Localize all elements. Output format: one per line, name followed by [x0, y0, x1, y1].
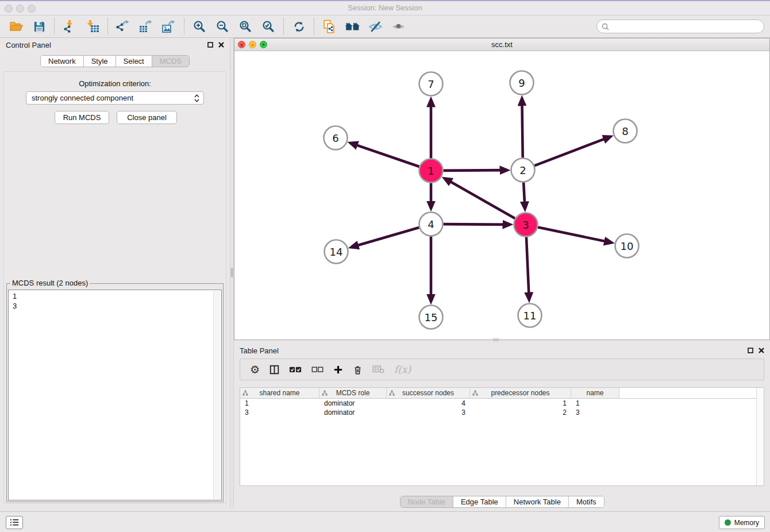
table-scrollbar[interactable]	[756, 388, 764, 485]
table-tabs: Node Table Edge Table Network Table Moti…	[399, 496, 604, 508]
zoom-in-button[interactable]	[188, 17, 211, 36]
export-image-button[interactable]	[157, 17, 180, 36]
column-header-mcds-role[interactable]: MCDS role	[319, 388, 387, 398]
svg-text:2: 2	[519, 164, 526, 176]
home-view-button[interactable]	[341, 17, 364, 36]
graph-node-11[interactable]: 11	[518, 304, 542, 327]
graph-edge-4-14[interactable]	[351, 228, 419, 247]
tab-motifs[interactable]: Motifs	[569, 496, 604, 507]
delete-table-button[interactable]	[372, 365, 384, 373]
close-panel-icon[interactable]	[218, 42, 224, 48]
graph-edge-2-3[interactable]	[523, 182, 525, 209]
optimization-criterion-label: Optimization criterion:	[4, 79, 226, 88]
table-settings-button[interactable]: ⚙	[250, 364, 260, 375]
graph-edge-2-8[interactable]	[534, 137, 610, 166]
import-table-button[interactable]	[81, 17, 104, 36]
graph-node-15[interactable]: 15	[419, 306, 443, 329]
graph-node-1[interactable]: 1	[419, 159, 443, 183]
tab-node-table[interactable]: Node Table	[400, 496, 453, 507]
svg-text:7: 7	[428, 78, 434, 90]
graph-node-7[interactable]: 7	[419, 72, 443, 96]
column-header-shared-name[interactable]: shared name	[240, 388, 319, 398]
graph-edge-2-9[interactable]	[522, 98, 522, 157]
tab-select[interactable]: Select	[116, 56, 152, 67]
graph-edge-1-2[interactable]	[443, 170, 507, 171]
table-cell: dominator	[319, 408, 387, 417]
zoom-fit-button[interactable]	[234, 17, 257, 36]
graph-node-4[interactable]: 4	[419, 213, 443, 236]
tab-style[interactable]: Style	[84, 56, 116, 67]
network-maximize-button[interactable]: +	[260, 41, 267, 48]
tab-edge-table[interactable]: Edge Table	[453, 496, 506, 507]
graph-node-10[interactable]: 10	[615, 234, 639, 258]
table-row[interactable]: 3dominator323	[240, 408, 764, 417]
column-header-name[interactable]: name	[571, 388, 619, 398]
column-tree-icon	[389, 390, 395, 396]
network-canvas[interactable]: 7968124314101511	[234, 51, 769, 340]
graph-edge-3-11[interactable]	[526, 237, 529, 299]
show-columns-button[interactable]	[270, 365, 279, 375]
graph-node-14[interactable]: 14	[325, 240, 348, 264]
import-network-button[interactable]	[58, 17, 81, 36]
zoom-selected-button[interactable]	[257, 17, 280, 36]
refresh-layout-button[interactable]	[287, 17, 310, 36]
graph-edge-3-10[interactable]	[538, 227, 611, 242]
table-panel-title: Table Panel	[240, 346, 279, 355]
add-row-button[interactable]	[333, 365, 343, 375]
close-table-panel-icon[interactable]	[759, 348, 764, 353]
graph-node-8[interactable]: 8	[614, 119, 637, 143]
export-network-button[interactable]	[111, 17, 134, 36]
table-cell: 1	[240, 399, 319, 408]
graph-edge-3-1[interactable]	[445, 179, 515, 219]
table-rows: 1dominator4113dominator323	[240, 399, 764, 417]
float-panel-icon[interactable]	[207, 42, 213, 48]
save-session-button[interactable]	[28, 17, 51, 36]
clone-network-button[interactable]	[318, 17, 341, 36]
delete-row-button[interactable]	[353, 365, 363, 375]
open-session-button[interactable]	[5, 17, 28, 36]
column-header-predecessor-nodes[interactable]: predecessor nodes	[470, 388, 571, 398]
graph-node-6[interactable]: 6	[324, 126, 348, 150]
splitter-handle[interactable]	[231, 268, 233, 277]
graph-edge-1-6[interactable]	[351, 143, 419, 167]
table-cell: 1	[571, 399, 619, 408]
horizontal-splitter-handle[interactable]	[492, 338, 499, 341]
column-label: name	[586, 389, 603, 397]
window-zoom-button[interactable]	[28, 5, 36, 13]
table-row[interactable]: 1dominator411	[240, 399, 764, 408]
network-window-titlebar[interactable]: x – + scc.txt	[234, 38, 769, 51]
vertical-splitter[interactable]	[230, 38, 234, 508]
window-close-button[interactable]	[5, 5, 13, 13]
tab-mcds[interactable]: MCDS	[152, 56, 189, 67]
search-input[interactable]	[609, 21, 764, 32]
houses-icon	[345, 20, 360, 33]
close-panel-button[interactable]: Close panel	[117, 111, 177, 124]
toolbar-separator	[314, 18, 314, 34]
network-close-button[interactable]: x	[238, 41, 245, 48]
zoom-out-button[interactable]	[211, 17, 234, 36]
result-scrollbar[interactable]	[213, 291, 221, 499]
search-field[interactable]	[596, 20, 764, 33]
task-history-button[interactable]	[6, 516, 23, 529]
graph-node-9[interactable]: 9	[510, 71, 534, 95]
network-minimize-button[interactable]: –	[249, 41, 256, 48]
memory-button[interactable]: Memory	[719, 516, 765, 529]
float-table-panel-icon[interactable]	[748, 348, 753, 353]
tab-network-table[interactable]: Network Table	[506, 496, 569, 507]
export-table-button[interactable]	[134, 17, 157, 36]
graph-edge-4-3[interactable]	[443, 224, 510, 225]
status-bar: Memory	[0, 511, 770, 532]
show-all-button[interactable]	[387, 17, 410, 36]
deselect-all-button[interactable]	[311, 366, 324, 373]
select-all-button[interactable]	[289, 366, 302, 373]
window-minimize-button[interactable]	[16, 5, 24, 13]
mcds-result-box[interactable]: 1 3	[8, 290, 222, 500]
graph-node-3[interactable]: 3	[514, 213, 538, 237]
graph-node-2[interactable]: 2	[511, 159, 535, 182]
apply-function-button[interactable]: f(x)	[394, 364, 411, 375]
tab-network[interactable]: Network	[41, 56, 84, 67]
optimization-criterion-select[interactable]: strongly connected component	[26, 91, 204, 105]
run-mcds-button[interactable]: Run MCDS	[55, 111, 109, 124]
column-header-successor-nodes[interactable]: successor nodes	[387, 388, 470, 398]
hide-selected-button[interactable]	[364, 17, 387, 36]
